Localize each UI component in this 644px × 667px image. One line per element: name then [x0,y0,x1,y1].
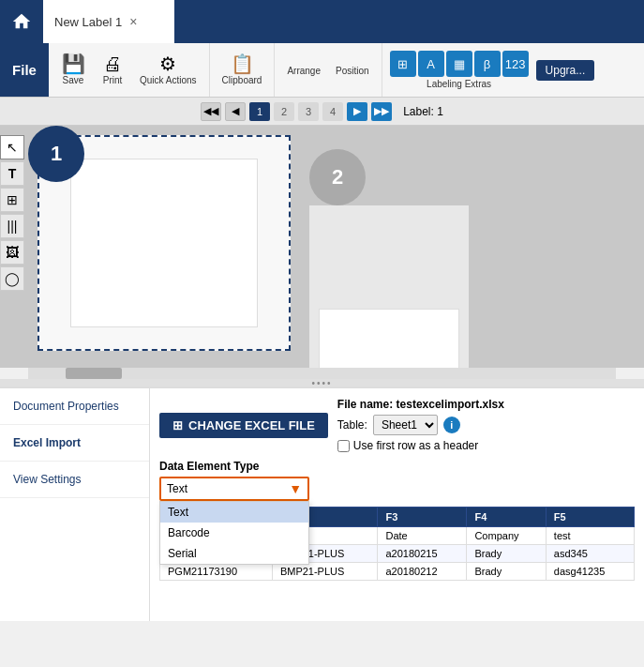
excel-header: ⊞ CHANGE EXCEL FILE File name: testexcel… [159,398,635,452]
excel-import-panel: ⊞ CHANGE EXCEL FILE File name: testexcel… [150,388,644,621]
save-group: 💾 Save 🖨 Print ⚙ Quick Actions [49,43,210,97]
label-page-1-inner [70,159,258,327]
cell-r2-serial: PGM21173190 [160,563,273,581]
save-button[interactable]: 💾 Save [54,52,92,88]
page-3-button[interactable]: 3 [298,102,319,121]
save-icon: 💾 [62,54,85,73]
table-select[interactable]: Sheet1 [373,415,438,435]
file-menu-button[interactable]: File [0,43,49,97]
page-1-button[interactable]: 1 [249,102,270,121]
tab-label: New Label 1 [54,15,122,29]
title-bar: New Label 1 × [0,0,644,43]
info-button[interactable]: i [443,417,460,433]
cell-r1-f5: asd345 [546,545,634,563]
clipboard-icon: 📋 [231,54,254,73]
data-element-dropdown[interactable]: Text ▼ [159,477,309,501]
tab-close-button[interactable]: × [129,14,137,29]
barcode-tool-button[interactable]: ⊞ [0,188,24,212]
extras-group: ⊞ A ▦ β 123 Labeling Extras Upgra... [382,43,603,97]
labeling-extras-icons: ⊞ A ▦ β 123 [390,51,529,77]
nav-next-button[interactable]: ▶ [347,102,367,121]
extras-icon-2[interactable]: A [418,51,444,77]
extras-icon-3[interactable]: ▦ [446,51,472,77]
resize-icon: •••• [311,378,332,388]
cell-r2-f4: Brady [467,563,546,581]
cell-r1-f3: a20180215 [378,545,467,563]
label-page-2[interactable]: 2 [309,135,469,368]
toolbar: File 💾 Save 🖨 Print ⚙ Quick Actions 📋 Cl… [0,43,644,98]
nav-prev-button[interactable]: ◀ [225,102,246,121]
serial-tool-button[interactable]: ||| [0,214,24,238]
page-2-button[interactable]: 2 [274,102,294,121]
extras-icon-5[interactable]: 123 [502,51,529,77]
left-toolbar: ↖ T ⊞ ||| 🖼 ◯ [0,135,26,291]
label-page-2-inner [319,309,459,368]
cell-r0-f4: Company [467,527,546,545]
file-name-label: File name: testexcelimport.xlsx [337,398,504,411]
page-2-indicator: 2 [309,149,366,205]
bottom-panel: Document Properties Excel Import View Se… [0,387,644,621]
first-row-checkbox[interactable] [337,440,350,452]
change-excel-button[interactable]: ⊞ CHANGE EXCEL FILE [159,413,328,438]
cell-r0-f5: test [546,527,634,545]
arrange-button[interactable]: Arrange [280,61,327,79]
position-button[interactable]: Position [329,61,376,79]
data-element-dropdown-wrapper: Text ▼ Text Barcode Serial [159,477,309,501]
page-4-button[interactable]: 4 [322,102,343,121]
extras-icon-4[interactable]: β [474,51,501,77]
nav-last-button[interactable]: ▶▶ [371,102,392,121]
print-button[interactable]: 🖨 Print [94,52,131,88]
nav-excel-import[interactable]: Excel Import [0,425,149,462]
resize-handle[interactable]: •••• [0,379,644,387]
cell-r2-f5: dasg41235 [546,563,634,581]
dropdown-arrow-icon: ▼ [289,481,302,496]
cell-r2-model: BMP21-PLUS [272,563,378,581]
col-f5-header: F5 [546,508,634,527]
scrollbar-thumb[interactable] [66,368,122,379]
file-info: File name: testexcelimport.xlsx Table: S… [337,398,504,452]
nav-first-button[interactable]: ◀◀ [201,102,221,121]
col-f3-header: F3 [378,508,467,527]
excel-icon: ⊞ [172,418,183,432]
horizontal-scrollbar[interactable] [28,368,616,379]
select-tool-button[interactable]: ↖ [0,135,24,159]
dropdown-item-barcode[interactable]: Barcode [160,523,308,543]
canvas-wrapper: 1 2 [37,135,469,368]
extras-icon-1[interactable]: ⊞ [390,51,416,77]
shape-tool-button[interactable]: ◯ [0,266,24,291]
dropdown-item-serial[interactable]: Serial [160,543,308,564]
quick-actions-icon: ⚙ [159,54,176,73]
label-page-1[interactable]: 1 [37,135,291,368]
clipboard-group: 📋 Clipboard [210,43,276,97]
cell-r2-f3: a20180212 [378,563,467,581]
first-row-checkbox-group: Use first row as a header [337,439,504,452]
left-nav: Document Properties Excel Import View Se… [0,388,150,621]
page-navigation: ◀◀ ◀ 1 2 3 4 ▶ ▶▶ Label: 1 [0,98,644,126]
canvas-area: ↖ T ⊞ ||| 🖼 ◯ 1 2 [0,126,644,368]
dropdown-item-text[interactable]: Text [160,502,308,523]
home-button[interactable] [0,0,43,43]
col-f4-header: F4 [467,508,546,527]
nav-view-settings[interactable]: View Settings [0,462,149,498]
cell-r0-f3: Date [378,527,467,545]
quick-actions-button[interactable]: ⚙ Quick Actions [133,52,203,88]
image-tool-button[interactable]: 🖼 [0,240,24,265]
file-name-value: testexcelimport.xlsx [397,398,504,411]
print-icon: 🖨 [103,54,122,73]
text-tool-button[interactable]: T [0,161,24,186]
label-indicator: Label: 1 [403,105,443,118]
clipboard-button[interactable]: 📋 Clipboard [216,52,269,88]
page-1-indicator: 1 [28,126,84,182]
dropdown-value: Text [167,482,187,495]
cell-r1-f4: Brady [467,545,546,563]
label-page-2-container [309,205,469,368]
upgrade-button[interactable]: Upgra... [536,60,595,81]
document-tab[interactable]: New Label 1 × [43,0,174,43]
table-row: PGM21173190 BMP21-PLUS a20180212 Brady d… [160,563,635,581]
nav-document-properties[interactable]: Document Properties [0,388,149,425]
data-element-type-label: Data Element Type [159,460,635,473]
arrange-group: Arrange Position [275,43,382,97]
dropdown-menu: Text Barcode Serial [159,501,309,565]
table-row-info: Table: Sheet1 i [337,415,504,435]
